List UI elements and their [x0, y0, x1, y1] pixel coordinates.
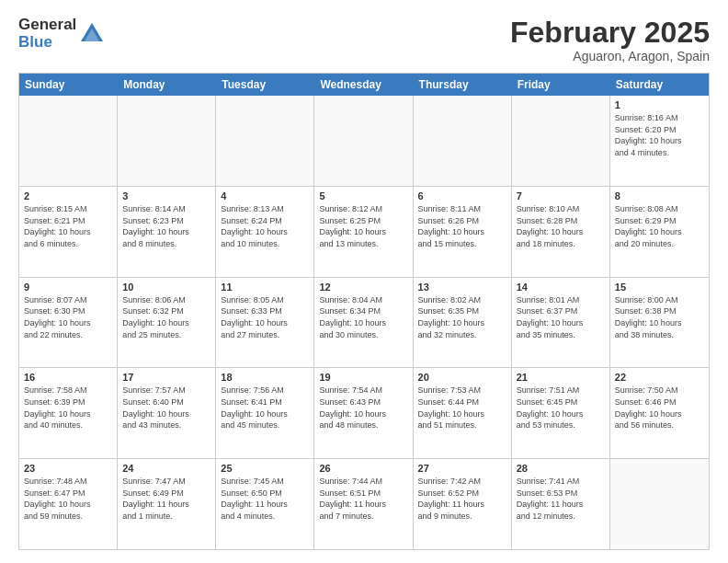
day-number: 17: [122, 372, 210, 383]
cell-w0-d4: [414, 96, 512, 186]
day-info: Sunrise: 7:54 AM Sunset: 6:43 PM Dayligh…: [319, 385, 407, 431]
day-number: 5: [319, 190, 407, 201]
day-info: Sunrise: 8:06 AM Sunset: 6:32 PM Dayligh…: [122, 294, 210, 340]
day-number: 22: [615, 372, 704, 383]
day-info: Sunrise: 8:01 AM Sunset: 6:37 PM Dayligh…: [517, 294, 605, 340]
cell-w2-d2: 11Sunrise: 8:05 AM Sunset: 6:33 PM Dayli…: [216, 278, 314, 368]
day-number: 25: [221, 463, 309, 474]
day-info: Sunrise: 7:56 AM Sunset: 6:41 PM Dayligh…: [221, 385, 309, 431]
day-number: 9: [24, 282, 112, 293]
logo-text: General Blue: [18, 17, 76, 51]
day-info: Sunrise: 8:02 AM Sunset: 6:35 PM Dayligh…: [418, 294, 506, 340]
day-number: 27: [418, 463, 506, 474]
week-row-2: 9Sunrise: 8:07 AM Sunset: 6:30 PM Daylig…: [19, 278, 709, 369]
day-info: Sunrise: 7:45 AM Sunset: 6:50 PM Dayligh…: [221, 476, 309, 522]
location: Aguaron, Aragon, Spain: [510, 49, 710, 63]
day-number: 15: [615, 282, 704, 293]
day-number: 6: [418, 190, 506, 201]
cell-w2-d4: 13Sunrise: 8:02 AM Sunset: 6:35 PM Dayli…: [414, 278, 512, 368]
cell-w4-d5: 28Sunrise: 7:41 AM Sunset: 6:53 PM Dayli…: [512, 459, 610, 549]
header-friday: Friday: [512, 74, 610, 96]
cell-w0-d6: 1Sunrise: 8:16 AM Sunset: 6:20 PM Daylig…: [610, 96, 709, 186]
day-info: Sunrise: 7:51 AM Sunset: 6:45 PM Dayligh…: [517, 385, 605, 431]
day-info: Sunrise: 8:14 AM Sunset: 6:23 PM Dayligh…: [122, 203, 210, 249]
day-info: Sunrise: 8:05 AM Sunset: 6:33 PM Dayligh…: [221, 294, 309, 340]
week-row-0: 1Sunrise: 8:16 AM Sunset: 6:20 PM Daylig…: [19, 96, 709, 187]
day-number: 4: [221, 190, 309, 201]
day-info: Sunrise: 8:13 AM Sunset: 6:24 PM Dayligh…: [221, 203, 309, 249]
day-number: 21: [517, 372, 605, 383]
cell-w0-d0: [19, 96, 118, 186]
cell-w3-d1: 17Sunrise: 7:57 AM Sunset: 6:40 PM Dayli…: [118, 368, 216, 458]
cell-w0-d1: [118, 96, 216, 186]
header-wednesday: Wednesday: [314, 74, 413, 96]
week-row-3: 16Sunrise: 7:58 AM Sunset: 6:39 PM Dayli…: [19, 368, 709, 459]
day-info: Sunrise: 8:04 AM Sunset: 6:34 PM Dayligh…: [319, 294, 407, 340]
cell-w0-d5: [512, 96, 610, 186]
day-number: 10: [122, 282, 210, 293]
cell-w4-d2: 25Sunrise: 7:45 AM Sunset: 6:50 PM Dayli…: [216, 459, 314, 549]
day-number: 7: [517, 190, 605, 201]
cell-w4-d4: 27Sunrise: 7:42 AM Sunset: 6:52 PM Dayli…: [414, 459, 512, 549]
cell-w2-d5: 14Sunrise: 8:01 AM Sunset: 6:37 PM Dayli…: [512, 278, 610, 368]
day-info: Sunrise: 7:47 AM Sunset: 6:49 PM Dayligh…: [122, 476, 210, 522]
day-info: Sunrise: 8:08 AM Sunset: 6:29 PM Dayligh…: [615, 203, 704, 249]
day-number: 19: [319, 372, 407, 383]
cell-w1-d5: 7Sunrise: 8:10 AM Sunset: 6:28 PM Daylig…: [512, 187, 610, 277]
day-number: 12: [319, 282, 407, 293]
cell-w1-d3: 5Sunrise: 8:12 AM Sunset: 6:25 PM Daylig…: [314, 187, 413, 277]
day-number: 1: [615, 99, 704, 110]
day-number: 24: [122, 463, 210, 474]
cell-w2-d1: 10Sunrise: 8:06 AM Sunset: 6:32 PM Dayli…: [118, 278, 216, 368]
header-saturday: Saturday: [610, 74, 709, 96]
day-number: 13: [418, 282, 506, 293]
day-number: 14: [517, 282, 605, 293]
day-info: Sunrise: 7:48 AM Sunset: 6:47 PM Dayligh…: [24, 476, 112, 522]
title-block: February 2025 Aguaron, Aragon, Spain: [510, 17, 710, 63]
cell-w4-d3: 26Sunrise: 7:44 AM Sunset: 6:51 PM Dayli…: [314, 459, 413, 549]
cell-w1-d1: 3Sunrise: 8:14 AM Sunset: 6:23 PM Daylig…: [118, 187, 216, 277]
day-info: Sunrise: 7:53 AM Sunset: 6:44 PM Dayligh…: [418, 385, 506, 431]
day-number: 28: [517, 463, 605, 474]
cell-w3-d3: 19Sunrise: 7:54 AM Sunset: 6:43 PM Dayli…: [314, 368, 413, 458]
page: General Blue February 2025 Aguaron, Arag…: [0, 0, 728, 563]
cell-w4-d1: 24Sunrise: 7:47 AM Sunset: 6:49 PM Dayli…: [118, 459, 216, 549]
cell-w1-d2: 4Sunrise: 8:13 AM Sunset: 6:24 PM Daylig…: [216, 187, 314, 277]
day-number: 2: [24, 190, 112, 201]
cell-w2-d3: 12Sunrise: 8:04 AM Sunset: 6:34 PM Dayli…: [314, 278, 413, 368]
day-number: 23: [24, 463, 112, 474]
day-info: Sunrise: 8:15 AM Sunset: 6:21 PM Dayligh…: [24, 203, 112, 249]
calendar: Sunday Monday Tuesday Wednesday Thursday…: [18, 73, 710, 550]
day-number: 8: [615, 190, 704, 201]
logo-blue: Blue: [18, 34, 76, 52]
day-info: Sunrise: 7:50 AM Sunset: 6:46 PM Dayligh…: [615, 385, 704, 431]
week-row-4: 23Sunrise: 7:48 AM Sunset: 6:47 PM Dayli…: [19, 459, 709, 549]
day-number: 26: [319, 463, 407, 474]
cell-w3-d6: 22Sunrise: 7:50 AM Sunset: 6:46 PM Dayli…: [610, 368, 709, 458]
day-info: Sunrise: 8:12 AM Sunset: 6:25 PM Dayligh…: [319, 203, 407, 249]
cell-w3-d5: 21Sunrise: 7:51 AM Sunset: 6:45 PM Dayli…: [512, 368, 610, 458]
cell-w0-d2: [216, 96, 314, 186]
day-info: Sunrise: 8:10 AM Sunset: 6:28 PM Dayligh…: [517, 203, 605, 249]
logo-general: General: [18, 17, 76, 34]
header: General Blue February 2025 Aguaron, Arag…: [18, 17, 710, 63]
logo-icon: [79, 21, 105, 47]
header-thursday: Thursday: [414, 74, 512, 96]
cell-w2-d0: 9Sunrise: 8:07 AM Sunset: 6:30 PM Daylig…: [19, 278, 118, 368]
day-number: 3: [122, 190, 210, 201]
cell-w3-d0: 16Sunrise: 7:58 AM Sunset: 6:39 PM Dayli…: [19, 368, 118, 458]
month-year: February 2025: [510, 17, 710, 49]
calendar-body: 1Sunrise: 8:16 AM Sunset: 6:20 PM Daylig…: [19, 96, 709, 549]
logo: General Blue: [18, 17, 105, 51]
day-info: Sunrise: 7:42 AM Sunset: 6:52 PM Dayligh…: [418, 476, 506, 522]
day-info: Sunrise: 8:11 AM Sunset: 6:26 PM Dayligh…: [418, 203, 506, 249]
day-info: Sunrise: 8:07 AM Sunset: 6:30 PM Dayligh…: [24, 294, 112, 340]
week-row-1: 2Sunrise: 8:15 AM Sunset: 6:21 PM Daylig…: [19, 187, 709, 278]
day-info: Sunrise: 7:57 AM Sunset: 6:40 PM Dayligh…: [122, 385, 210, 431]
day-number: 11: [221, 282, 309, 293]
day-info: Sunrise: 7:41 AM Sunset: 6:53 PM Dayligh…: [517, 476, 605, 522]
day-number: 16: [24, 372, 112, 383]
cell-w4-d6: [610, 459, 709, 549]
header-monday: Monday: [118, 74, 216, 96]
cell-w1-d6: 8Sunrise: 8:08 AM Sunset: 6:29 PM Daylig…: [610, 187, 709, 277]
